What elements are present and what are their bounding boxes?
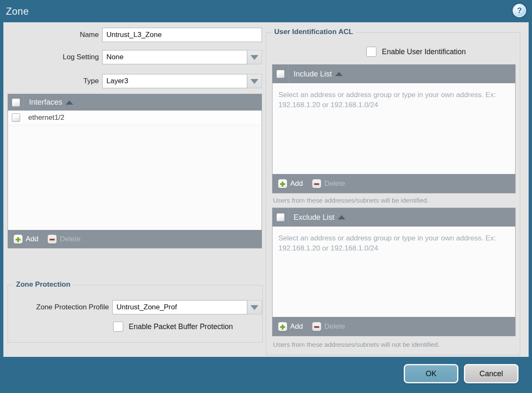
row-checkbox[interactable] — [12, 113, 20, 122]
add-button[interactable]: Add — [278, 322, 303, 331]
log-setting-dropdown-button[interactable] — [247, 50, 262, 64]
minus-icon — [312, 179, 321, 188]
delete-button[interactable]: Delete — [312, 322, 345, 331]
help-icon[interactable]: ? — [513, 4, 526, 17]
type-label: Type — [3, 74, 99, 88]
exclude-list-toolbar: Add Delete — [273, 317, 515, 336]
include-list-header: Include List — [273, 65, 515, 83]
include-list-table: Include List Select an address or addres… — [272, 64, 516, 193]
chevron-down-icon — [251, 305, 258, 310]
exclude-list-column-header[interactable]: Exclude List — [288, 208, 345, 227]
dialog-titlebar: Zone ? — [0, 0, 532, 22]
zone-protection-legend: Zone Protection — [13, 280, 73, 289]
sort-ascending-icon — [338, 215, 345, 219]
enable-user-identification-checkbox[interactable] — [366, 47, 376, 57]
select-all-checkbox[interactable] — [276, 213, 285, 222]
interfaces-column-header[interactable]: Interfaces — [24, 94, 73, 111]
type-input[interactable] — [102, 74, 247, 88]
include-list-placeholder: Select an address or address group or ty… — [273, 83, 515, 110]
sort-ascending-icon — [335, 72, 343, 76]
interfaces-body: ethernet1/2 — [8, 111, 262, 230]
dialog-body: Name Log Setting Type Interfaces ethe — [3, 22, 529, 357]
table-row[interactable]: ethernet1/2 — [8, 111, 262, 125]
delete-button[interactable]: Delete — [48, 235, 80, 244]
interface-name: ethernet1/2 — [24, 113, 64, 122]
log-setting-input[interactable] — [102, 50, 247, 64]
ok-button[interactable]: OK — [404, 364, 458, 383]
cancel-button[interactable]: Cancel — [464, 364, 519, 383]
name-label: Name — [3, 28, 99, 42]
select-all-checkbox[interactable] — [276, 70, 285, 78]
interfaces-header-cell — [8, 94, 24, 111]
interfaces-header: Interfaces — [8, 94, 262, 111]
zone-protection-group: Zone Protection Zone Protection Profile … — [8, 285, 263, 343]
enable-user-identification-label: Enable User Identification — [382, 47, 466, 56]
user-identification-group: User Identification ACL Enable User Iden… — [266, 32, 520, 355]
include-list-column-header[interactable]: Include List — [288, 65, 343, 83]
user-identification-legend: User Identification ACL — [271, 28, 356, 36]
zone-protection-profile-label: Zone Protection Profile — [12, 300, 109, 314]
exclude-list-header: Exclude List — [273, 208, 515, 227]
name-input[interactable] — [102, 28, 262, 42]
minus-icon — [48, 235, 57, 244]
include-list-body[interactable]: Select an address or address group or ty… — [273, 83, 515, 174]
packet-buffer-protection-checkbox[interactable] — [113, 322, 123, 332]
plus-icon — [278, 179, 287, 188]
exclude-list-body[interactable]: Select an address or address group or ty… — [273, 227, 515, 317]
interfaces-table: Interfaces ethernet1/2 Add Delete — [8, 94, 262, 248]
plus-icon — [13, 235, 23, 244]
select-all-checkbox[interactable] — [12, 98, 20, 107]
type-dropdown-button[interactable] — [247, 74, 262, 88]
exclude-list-placeholder: Select an address or address group or ty… — [273, 227, 515, 253]
exclude-list-caption: Users from these addresses/subnets will … — [273, 341, 439, 348]
log-setting-label: Log Setting — [3, 50, 99, 64]
add-button[interactable]: Add — [13, 235, 38, 244]
chevron-down-icon — [251, 79, 258, 84]
plus-icon — [278, 322, 287, 331]
interfaces-toolbar: Add Delete — [8, 230, 262, 248]
add-button[interactable]: Add — [278, 179, 303, 188]
exclude-list-table: Exclude List Select an address or addres… — [272, 208, 516, 336]
zone-protection-profile-dropdown-button[interactable] — [247, 300, 262, 314]
zone-protection-profile-input[interactable] — [112, 300, 247, 314]
delete-button[interactable]: Delete — [312, 179, 345, 188]
include-list-toolbar: Add Delete — [273, 174, 515, 193]
page-title: Zone — [6, 6, 29, 17]
minus-icon — [312, 322, 321, 331]
packet-buffer-protection-label: Enable Packet Buffer Protection — [129, 322, 233, 331]
include-list-caption: Users from these addresses/subnets will … — [273, 197, 429, 204]
chevron-down-icon — [251, 55, 258, 60]
sort-ascending-icon — [66, 100, 73, 105]
